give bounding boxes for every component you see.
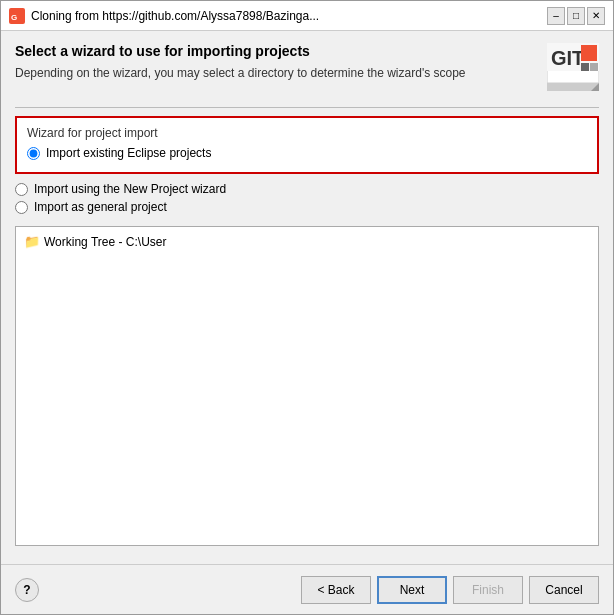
header-text: Select a wizard to use for importing pro… (15, 43, 537, 82)
radio-new-project[interactable]: Import using the New Project wizard (15, 182, 599, 196)
radio-import-existing[interactable]: Import existing Eclipse projects (27, 146, 587, 160)
radio-import-existing-input[interactable] (27, 147, 40, 160)
tree-item[interactable]: 📁 Working Tree - C:\User (20, 231, 594, 252)
help-button[interactable]: ? (15, 578, 39, 602)
svg-rect-5 (581, 45, 597, 61)
back-button[interactable]: < Back (301, 576, 371, 604)
svg-text:GIT: GIT (551, 47, 584, 69)
finish-button[interactable]: Finish (453, 576, 523, 604)
radio-new-project-input[interactable] (15, 183, 28, 196)
cancel-button[interactable]: Cancel (529, 576, 599, 604)
title-bar: G Cloning from https://github.com/Alyssa… (1, 1, 613, 31)
header-section: Select a wizard to use for importing pro… (15, 43, 599, 91)
header-divider (15, 107, 599, 108)
main-window: G Cloning from https://github.com/Alyssa… (0, 0, 614, 615)
header-description: Depending on the wizard, you may select … (15, 65, 537, 82)
footer: ? < Back Next Finish Cancel (1, 564, 613, 614)
svg-text:G: G (11, 13, 17, 22)
svg-rect-6 (581, 63, 589, 71)
tree-item-label: Working Tree - C:\User (44, 235, 166, 249)
radio-import-existing-label: Import existing Eclipse projects (46, 146, 211, 160)
options-section: Import using the New Project wizard Impo… (15, 182, 599, 218)
content-area: Select a wizard to use for importing pro… (1, 31, 613, 564)
title-bar-left: G Cloning from https://github.com/Alyssa… (9, 8, 319, 24)
window-icon: G (9, 8, 25, 24)
minimize-button[interactable]: – (547, 7, 565, 25)
page-title: Select a wizard to use for importing pro… (15, 43, 537, 59)
svg-rect-8 (547, 83, 599, 91)
git-logo: GIT (547, 43, 599, 91)
wizard-group: Wizard for project import Import existin… (15, 116, 599, 174)
radio-general-project-label: Import as general project (34, 200, 167, 214)
footer-right: < Back Next Finish Cancel (301, 576, 599, 604)
wizard-group-label: Wizard for project import (27, 126, 587, 140)
svg-rect-7 (590, 63, 598, 71)
folder-icon: 📁 (24, 234, 40, 249)
footer-left: ? (15, 578, 39, 602)
next-button[interactable]: Next (377, 576, 447, 604)
radio-new-project-label: Import using the New Project wizard (34, 182, 226, 196)
tree-area[interactable]: 📁 Working Tree - C:\User (15, 226, 599, 546)
window-title: Cloning from https://github.com/Alyssa78… (31, 9, 319, 23)
close-button[interactable]: ✕ (587, 7, 605, 25)
maximize-button[interactable]: □ (567, 7, 585, 25)
radio-general-project-input[interactable] (15, 201, 28, 214)
radio-general-project[interactable]: Import as general project (15, 200, 599, 214)
title-bar-controls: – □ ✕ (547, 7, 605, 25)
